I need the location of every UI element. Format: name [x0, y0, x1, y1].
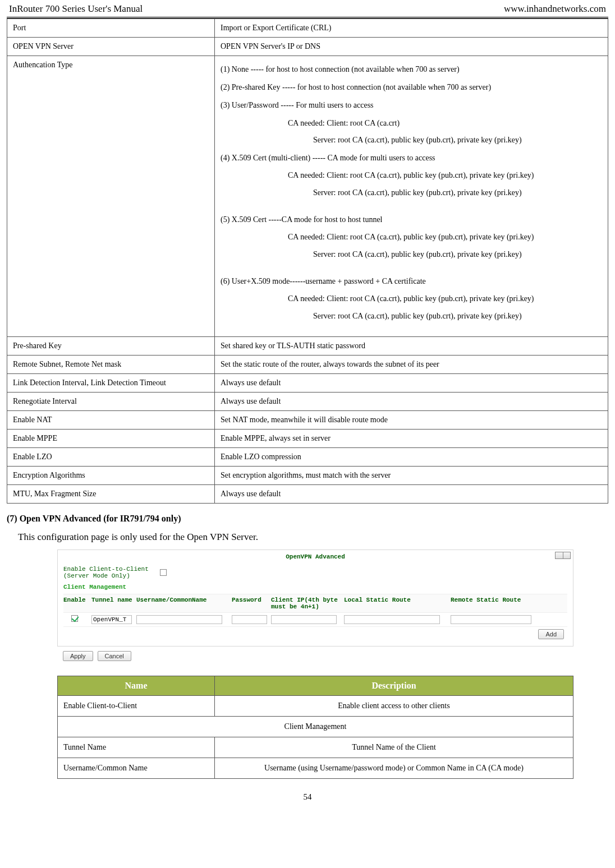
param-key: Authencation Type: [7, 56, 215, 337]
param-key: Enable NAT: [7, 410, 215, 429]
table-row-auth: Authencation Type (1) None ----- for hos…: [7, 56, 608, 337]
param-val: Always use default: [215, 392, 608, 410]
section-intro: This configuration page is only used for…: [18, 532, 608, 543]
table-row: Pre-shared KeySet shared key or TLS-AUTH…: [7, 336, 608, 355]
desc-val: Tunnel Name of the Client: [215, 737, 573, 758]
auth-line: (4) X.509 Cert (multi-client) ----- CA m…: [221, 149, 602, 167]
parameters-table: Port Import or Export Certificate (CRL) …: [7, 19, 608, 504]
col-user: Username/CommonName: [136, 597, 232, 610]
auth-indent: Server: root CA (ca.crt), public key (pu…: [221, 246, 602, 264]
auth-line: (3) User/Password ----- For multi users …: [221, 96, 602, 114]
table-row: Port Import or Export Certificate (CRL): [7, 19, 608, 38]
param-val: Set NAT mode, meanwhile it will disable …: [215, 410, 608, 429]
desc-val: Username (using Username/password mode) …: [215, 758, 573, 778]
table-row: Encryption AlgorithmsSet encryption algo…: [7, 466, 608, 484]
param-key: Remote Subnet, Remote Net mask: [7, 355, 215, 373]
col-enable: Enable: [63, 597, 91, 610]
col-tunnel: Tunnel name: [91, 597, 136, 610]
col-localroute: Local Static Route: [344, 597, 451, 610]
enable-c2c-checkbox[interactable]: [160, 569, 167, 576]
row-enable-checkbox[interactable]: [71, 615, 78, 622]
auth-line: (1) None ----- for host to host connecti…: [221, 61, 602, 79]
enable-c2c-label: Enable Client-to-Client (Server Mode Onl…: [63, 566, 149, 579]
page-header: InRouter 700 Series User's Manual www.in…: [7, 0, 608, 19]
openvpn-advanced-panel: OpenVPN Advanced Enable Client-to-Client…: [57, 550, 573, 647]
client-management-heading: Client Management: [63, 584, 567, 590]
param-val: OPEN VPN Server's IP or DNS: [215, 38, 608, 56]
th-desc: Description: [215, 676, 573, 695]
table-row: Username/Common Name Username (using Use…: [58, 758, 573, 778]
param-val: Enable MPPE, always set in server: [215, 429, 608, 447]
description-table: Name Description Enable Client-to-Client…: [57, 676, 573, 779]
split-icon[interactable]: [555, 552, 571, 559]
table-row: Enable LZOEnable LZO compression: [7, 447, 608, 466]
param-key: Link Detection Interval, Link Detection …: [7, 373, 215, 392]
table-row: Enable MPPEEnable MPPE, always set in se…: [7, 429, 608, 447]
param-val: Set encryption algorithms, must match wi…: [215, 466, 608, 484]
table-row-span: Client Management: [58, 716, 573, 737]
param-key: Enable LZO: [7, 447, 215, 466]
client-table-header: Enable Tunnel name Username/CommonName P…: [63, 594, 567, 613]
param-val: Set the static route of the router, alwa…: [215, 355, 608, 373]
auth-indent: CA needed: Client: root CA (ca.crt): [221, 115, 602, 132]
header-left: InRouter 700 Series User's Manual: [9, 3, 143, 15]
panel-title: OpenVPN Advanced: [286, 553, 345, 560]
auth-indent: Server: root CA (ca.crt), public key (pu…: [221, 132, 602, 149]
param-val: Set shared key or TLS-AUTH static passwo…: [215, 336, 608, 355]
remote-route-input[interactable]: [451, 615, 531, 624]
param-key: Renegotiate Interval: [7, 392, 215, 410]
table-row: Remote Subnet, Remote Net maskSet the st…: [7, 355, 608, 373]
client-ip-input[interactable]: [271, 615, 337, 624]
password-input[interactable]: [232, 615, 267, 624]
tunnel-name-input[interactable]: [91, 615, 132, 624]
auth-indent: Server: root CA (ca.crt), public key (pu…: [221, 308, 602, 325]
desc-key: Tunnel Name: [58, 737, 215, 758]
section-title: (7) Open VPN Advanced (for IR791/794 onl…: [7, 514, 608, 524]
header-right: www.inhandnetworks.com: [504, 3, 606, 15]
param-val: Import or Export Certificate (CRL): [215, 19, 608, 38]
desc-val: Enable client access to other clients: [215, 695, 573, 716]
client-table-row: [63, 613, 567, 627]
param-key: Pre-shared Key: [7, 336, 215, 355]
username-input[interactable]: [136, 615, 222, 624]
table-row: Renegotiate IntervalAlways use default: [7, 392, 608, 410]
param-val: (1) None ----- for host to host connecti…: [215, 56, 608, 337]
auth-indent: Server: root CA (ca.crt), public key (pu…: [221, 184, 602, 202]
param-key: MTU, Max Fragment Size: [7, 484, 215, 503]
table-row: OPEN VPN Server OPEN VPN Server's IP or …: [7, 38, 608, 56]
auth-line: (5) X.509 Cert -----CA mode for host to …: [221, 211, 602, 229]
param-key: Port: [7, 19, 215, 38]
param-val: Always use default: [215, 373, 608, 392]
local-route-input[interactable]: [344, 615, 440, 624]
param-val: Enable LZO compression: [215, 447, 608, 466]
desc-key: Enable Client-to-Client: [58, 695, 215, 716]
col-clientip: Client IP(4th byte must be 4n+1): [271, 597, 344, 610]
col-pw: Password: [232, 597, 271, 610]
table-row: Enable Client-to-Client Enable client ac…: [58, 695, 573, 716]
desc-key: Username/Common Name: [58, 758, 215, 778]
table-row: Link Detection Interval, Link Detection …: [7, 373, 608, 392]
auth-indent: CA needed: Client: root CA (ca.crt), pub…: [221, 229, 602, 246]
table-row: Enable NATSet NAT mode, meanwhile it wil…: [7, 410, 608, 429]
panel-title-bar: OpenVPN Advanced: [58, 550, 573, 562]
col-remoteroute: Remote Static Route: [451, 597, 540, 610]
param-key: Enable MPPE: [7, 429, 215, 447]
auth-line: (2) Pre-shared Key ----- for host to hos…: [221, 79, 602, 96]
param-key: Encryption Algorithms: [7, 466, 215, 484]
add-button[interactable]: Add: [538, 629, 564, 639]
table-row: MTU, Max Fragment SizeAlways use default: [7, 484, 608, 503]
auth-line: (6) User+X.509 mode------username + pass…: [221, 273, 602, 290]
desc-span: Client Management: [58, 716, 573, 737]
param-key: OPEN VPN Server: [7, 38, 215, 56]
apply-button[interactable]: Apply: [63, 651, 93, 661]
page-number: 54: [7, 792, 608, 802]
auth-indent: CA needed: Client: root CA (ca.crt), pub…: [221, 290, 602, 308]
cancel-button[interactable]: Cancel: [98, 651, 131, 661]
th-name: Name: [58, 676, 215, 695]
param-val: Always use default: [215, 484, 608, 503]
table-row: Tunnel Name Tunnel Name of the Client: [58, 737, 573, 758]
auth-indent: CA needed: Client: root CA (ca.crt), pub…: [221, 167, 602, 184]
